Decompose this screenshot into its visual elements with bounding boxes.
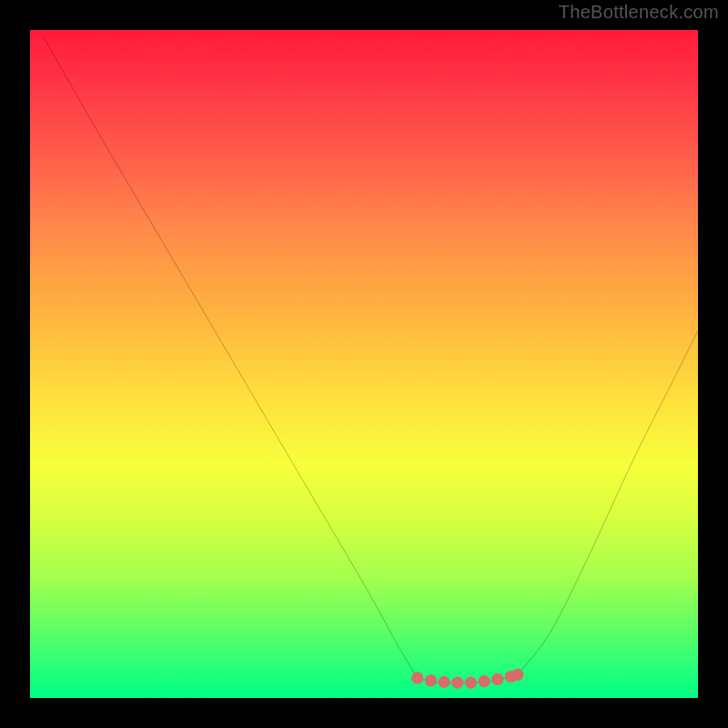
curve-left [44,36,418,678]
chart-curve-group [44,36,698,682]
curve-right [518,330,698,674]
highlight-dot [465,677,477,689]
highlight-dot [425,674,437,686]
highlight-dots [411,669,523,689]
chart-frame: TheBottleneck.com [0,0,728,728]
highlight-dot [451,677,463,689]
highlight-dot [511,669,523,681]
chart-svg [30,30,698,698]
highlight-dot [479,675,490,687]
highlight-dot [491,673,503,685]
highlight-dot [438,676,450,688]
watermark-text: TheBottleneck.com [559,2,719,23]
highlight-dot [411,672,423,683]
